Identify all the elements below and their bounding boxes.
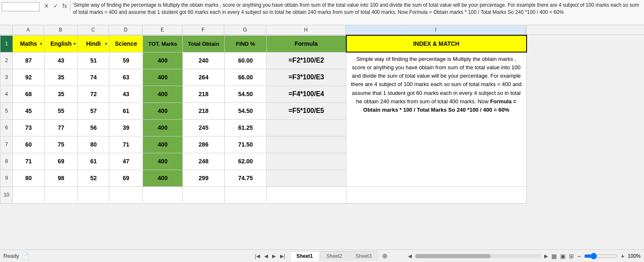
cell-h7[interactable] — [267, 136, 346, 153]
cell-b7[interactable]: 75 — [44, 136, 78, 153]
function-icon[interactable]: fx — [61, 2, 68, 10]
cell-b4[interactable]: 35 — [44, 86, 78, 102]
cell-g10[interactable] — [225, 186, 267, 203]
cell-c6[interactable]: 56 — [78, 119, 109, 136]
sheet-tab-sheet1[interactable]: Sheet1 — [290, 251, 319, 261]
cell-h4[interactable]: =F4*100/E4 — [267, 86, 346, 102]
cell-f6[interactable]: 245 — [183, 119, 225, 136]
cell-d9[interactable]: 69 — [109, 170, 143, 186]
cell-e2[interactable]: 400 — [143, 52, 183, 69]
nav-last[interactable]: ▶| — [278, 252, 287, 260]
cell-h6[interactable] — [267, 119, 346, 136]
cell-g8[interactable]: 62.00 — [225, 153, 267, 170]
cell-a4[interactable]: 68 — [13, 86, 44, 102]
cell-reference-box[interactable]: I2 — [2, 2, 39, 11]
zoom-plus[interactable]: + — [621, 253, 624, 259]
cell-a1[interactable]: Maths ▼ — [13, 35, 44, 52]
cell-f8[interactable]: 248 — [183, 153, 225, 170]
confirm-icon[interactable]: ✓ — [52, 2, 60, 10]
col-header-i[interactable]: I — [346, 25, 526, 34]
cell-a8[interactable]: 71 — [13, 153, 44, 170]
cell-d2[interactable]: 59 — [109, 52, 143, 69]
cell-e10[interactable] — [143, 186, 183, 203]
cell-h3[interactable]: =F3*100/E3 — [267, 69, 346, 86]
normal-view-btn[interactable]: ▦ — [551, 253, 557, 259]
cell-d3[interactable]: 63 — [109, 69, 143, 86]
cell-c5[interactable]: 57 — [78, 102, 109, 119]
cell-b1[interactable]: English ▼ — [44, 35, 78, 52]
col-header-h[interactable]: H — [266, 25, 346, 34]
cell-g5[interactable]: 54.50 — [225, 102, 267, 119]
cell-e9[interactable]: 400 — [143, 170, 183, 186]
cell-h9[interactable] — [267, 170, 346, 186]
nav-prev[interactable]: ◀ — [262, 252, 270, 260]
cell-d4[interactable]: 43 — [109, 86, 143, 102]
cell-d1[interactable]: Science — [109, 35, 143, 52]
cell-a2[interactable]: 87 — [13, 52, 44, 69]
cell-e6[interactable]: 400 — [143, 119, 183, 136]
cell-a3[interactable]: 92 — [13, 69, 44, 86]
cell-d7[interactable]: 71 — [109, 136, 143, 153]
cell-b9[interactable]: 98 — [44, 170, 78, 186]
cell-f5[interactable]: 218 — [183, 102, 225, 119]
cell-h5[interactable]: =F5*100/E5 — [267, 102, 346, 119]
cell-f3[interactable]: 264 — [183, 69, 225, 86]
cell-g4[interactable]: 54.50 — [225, 86, 267, 102]
cell-c10[interactable] — [78, 186, 109, 203]
dropdown-arrow-a[interactable]: ▼ — [39, 42, 43, 46]
col-header-e[interactable]: E — [143, 25, 182, 34]
cell-b5[interactable]: 55 — [44, 102, 78, 119]
cell-b3[interactable]: 35 — [44, 69, 78, 86]
cell-a5[interactable]: 45 — [13, 102, 44, 119]
page-layout-btn[interactable]: ▣ — [560, 253, 566, 259]
scroll-left-btn[interactable]: ◀ — [408, 253, 412, 259]
sheet-tab-sheet2[interactable]: Sheet2 — [320, 251, 348, 261]
cell-c7[interactable]: 80 — [78, 136, 109, 153]
cell-h10[interactable] — [267, 186, 346, 203]
cell-d8[interactable]: 47 — [109, 153, 143, 170]
cancel-icon[interactable]: ✕ — [43, 2, 50, 10]
cell-i1[interactable]: INDEX & MATCH — [346, 35, 527, 52]
cell-i10[interactable] — [346, 186, 527, 203]
cell-e8[interactable]: 400 — [143, 153, 183, 170]
cell-f1[interactable]: Total Obtain — [183, 35, 225, 52]
sheet-tab-sheet3[interactable]: Sheet3 — [349, 251, 378, 261]
cell-h8[interactable] — [267, 153, 346, 170]
cell-h2[interactable]: =F2*100/E2 — [267, 52, 346, 69]
cell-d6[interactable]: 39 — [109, 119, 143, 136]
scroll-right-btn[interactable]: ▶ — [544, 253, 548, 259]
cell-h1[interactable]: Formula — [267, 35, 346, 52]
cell-b6[interactable]: 77 — [44, 119, 78, 136]
cell-c9[interactable]: 52 — [78, 170, 109, 186]
dropdown-arrow-c[interactable]: ▼ — [104, 42, 108, 46]
cell-d10[interactable] — [109, 186, 143, 203]
col-header-d[interactable]: D — [109, 25, 143, 34]
cell-f4[interactable]: 218 — [183, 86, 225, 102]
col-header-a[interactable]: A — [13, 25, 44, 34]
cell-f2[interactable]: 240 — [183, 52, 225, 69]
cell-a9[interactable]: 80 — [13, 170, 44, 186]
zoom-slider[interactable] — [584, 253, 618, 259]
cell-a7[interactable]: 60 — [13, 136, 44, 153]
add-sheet-button[interactable]: ⊕ — [379, 251, 391, 261]
cell-a10[interactable] — [13, 186, 44, 203]
cell-e4[interactable]: 400 — [143, 86, 183, 102]
cell-e7[interactable]: 400 — [143, 136, 183, 153]
cell-g2[interactable]: 60.00 — [225, 52, 267, 69]
cell-f10[interactable] — [183, 186, 225, 203]
cell-c2[interactable]: 51 — [78, 52, 109, 69]
page-break-btn[interactable]: ⊞ — [569, 253, 574, 259]
cell-c8[interactable]: 61 — [78, 153, 109, 170]
cell-c3[interactable]: 74 — [78, 69, 109, 86]
zoom-minus[interactable]: − — [577, 253, 581, 259]
cell-b8[interactable]: 69 — [44, 153, 78, 170]
cell-e5[interactable]: 400 — [143, 102, 183, 119]
cell-b2[interactable]: 43 — [44, 52, 78, 69]
cell-f9[interactable]: 299 — [183, 170, 225, 186]
cell-f7[interactable]: 286 — [183, 136, 225, 153]
dropdown-arrow-b[interactable]: ▼ — [73, 42, 77, 46]
cell-g1[interactable]: FIND % — [225, 35, 267, 52]
col-header-g[interactable]: G — [224, 25, 266, 34]
cell-i2-i9[interactable]: Simple way of finding the percentage is … — [346, 52, 527, 186]
nav-first[interactable]: |◀ — [253, 252, 262, 260]
